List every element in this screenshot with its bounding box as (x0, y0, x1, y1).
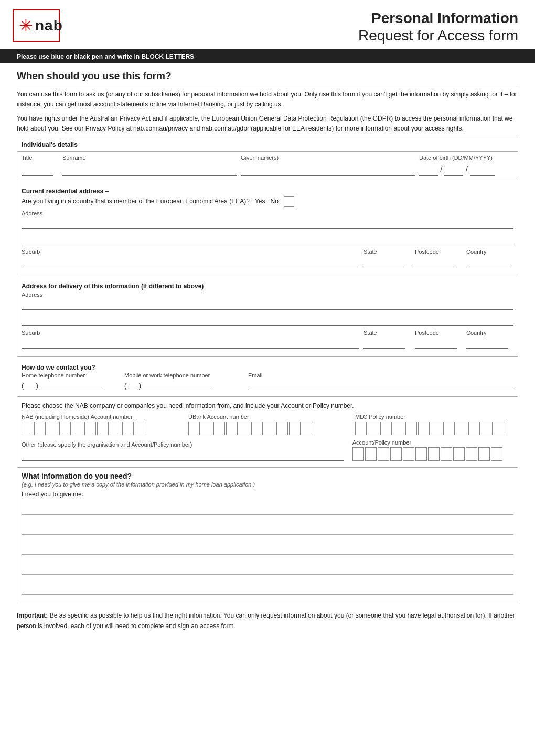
write-line-1[interactable] (22, 500, 513, 515)
mlc-seg-2[interactable] (368, 422, 379, 435)
home-number-input[interactable] (39, 382, 102, 390)
nab-seg-9[interactable] (122, 422, 134, 435)
ubank-seg-4[interactable] (226, 422, 238, 435)
nab-seg-4[interactable] (59, 422, 71, 435)
surname-label: Surname (62, 155, 237, 161)
contact-inputs-row: ( ) ( ) (22, 382, 513, 390)
country-input-del[interactable] (466, 337, 508, 349)
mlc-seg-7[interactable] (431, 422, 442, 435)
mlc-seg-8[interactable] (443, 422, 455, 435)
dob-month-input[interactable] (444, 164, 463, 176)
mlc-seg-1[interactable] (355, 422, 367, 435)
nab-seg-10[interactable] (135, 422, 146, 435)
address-input-res2[interactable] (22, 233, 513, 244)
op-seg-1[interactable] (352, 447, 364, 461)
dob-year-input[interactable] (470, 164, 495, 176)
op-seg-9[interactable] (453, 447, 465, 461)
op-seg-8[interactable] (441, 447, 452, 461)
delivery-section: Address for delivery of this information… (17, 275, 518, 356)
important-text: Be as specific as possible to help us fi… (17, 612, 515, 629)
dob-day-input[interactable] (419, 164, 438, 176)
op-seg-12[interactable] (491, 447, 502, 461)
home-area-code[interactable] (25, 382, 35, 390)
ubank-seg-5[interactable] (239, 422, 250, 435)
title-input[interactable] (22, 164, 53, 176)
mlc-seg-11[interactable] (481, 422, 493, 435)
op-seg-5[interactable] (403, 447, 414, 461)
op-seg-10[interactable] (466, 447, 477, 461)
address-input-res[interactable] (22, 217, 513, 229)
mlc-seg-5[interactable] (405, 422, 417, 435)
nab-account-col: NAB (including Homeside) Account number (22, 414, 180, 435)
surname-input[interactable] (62, 164, 237, 176)
ubank-seg-9[interactable] (289, 422, 301, 435)
op-seg-3[interactable] (378, 447, 389, 461)
postcode-label-res: Postcode (415, 249, 462, 255)
country-input-res[interactable] (466, 256, 508, 267)
write-line-4[interactable] (22, 560, 513, 575)
nab-seg-5[interactable] (72, 422, 83, 435)
state-input-res[interactable] (363, 256, 405, 267)
mlc-seg-9[interactable] (456, 422, 467, 435)
postcode-input-del[interactable] (415, 337, 457, 349)
nab-seg-6[interactable] (84, 422, 96, 435)
nab-seg-3[interactable] (47, 422, 58, 435)
nab-seg-group (22, 422, 180, 435)
other-policy-col: Account/Policy number (352, 439, 513, 461)
ubank-seg-2[interactable] (201, 422, 212, 435)
mlc-seg-3[interactable] (380, 422, 392, 435)
mlc-seg-6[interactable] (418, 422, 430, 435)
mlc-seg-group (355, 422, 513, 435)
op-seg-6[interactable] (415, 447, 427, 461)
address-field-label-del: Address (22, 291, 42, 298)
address-input-del[interactable] (22, 298, 513, 310)
mobile-number-input[interactable] (142, 382, 210, 390)
op-seg-11[interactable] (478, 447, 490, 461)
write-line-5[interactable] (22, 580, 513, 595)
mlc-seg-4[interactable] (393, 422, 404, 435)
given-names-input[interactable] (241, 164, 415, 176)
write-line-3[interactable] (22, 540, 513, 555)
state-input-del[interactable] (363, 337, 405, 349)
suburb-input-del[interactable] (22, 337, 359, 349)
individual-inputs-row: / / (17, 162, 518, 180)
nab-seg-8[interactable] (110, 422, 121, 435)
form-section: Individual's details Title Surname Given… (17, 138, 518, 603)
individual-fields-row: Title Surname Given name(s) Date of birt… (17, 152, 518, 162)
postcode-input-res[interactable] (415, 256, 457, 267)
suburb-input-res[interactable] (22, 256, 359, 267)
mlc-seg-12[interactable] (494, 422, 505, 435)
op-seg-2[interactable] (365, 447, 377, 461)
nab-seg-1[interactable] (22, 422, 33, 435)
suburb-label-res: Suburb (22, 249, 359, 255)
country-col-res: Country (466, 249, 513, 267)
mobile-label: Mobile or work telephone number (124, 372, 240, 379)
op-seg-4[interactable] (390, 447, 402, 461)
address-label-res: Address (22, 210, 513, 217)
ubank-seg-1[interactable] (188, 422, 200, 435)
important-bold: Important: (17, 612, 48, 619)
ubank-seg-10[interactable] (302, 422, 313, 435)
write-line-2[interactable] (22, 520, 513, 535)
op-seg-7[interactable] (428, 447, 440, 461)
state-col-res: State (363, 249, 411, 267)
ubank-seg-7[interactable] (264, 422, 275, 435)
email-input[interactable] (248, 382, 513, 390)
form-title-line1: Personal Information (358, 9, 518, 27)
address-input-del2[interactable] (22, 314, 513, 326)
ubank-seg-3[interactable] (213, 422, 225, 435)
country-col-del: Country (466, 330, 513, 349)
ubank-seg-6[interactable] (251, 422, 263, 435)
mobile-area-code[interactable] (127, 382, 138, 390)
other-account-input[interactable] (22, 449, 344, 461)
ubank-account-col: UBank Account number (188, 414, 347, 435)
no-checkbox[interactable] (284, 196, 294, 207)
surname-field: Surname (62, 155, 237, 162)
ubank-seg-8[interactable] (276, 422, 288, 435)
nab-seg-7[interactable] (97, 422, 109, 435)
nab-seg-2[interactable] (34, 422, 46, 435)
country-label-del: Country (466, 330, 513, 336)
home-label: Home telephone number (22, 372, 116, 379)
mlc-seg-10[interactable] (468, 422, 480, 435)
no-label: No (270, 198, 278, 205)
